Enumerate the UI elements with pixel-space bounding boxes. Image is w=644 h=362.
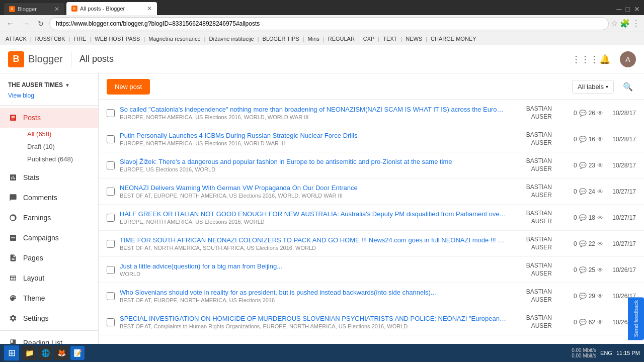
post-labels-4: BEST OF AT, EUROPE, NORTH AMERICA, US El… [120,193,507,199]
browser-menu-icon[interactable]: ⋮ [632,19,640,28]
bookmark-magnetna[interactable]: Magnetna resonance [146,35,203,43]
post-checkbox-9[interactable] [107,318,115,326]
post-checkbox-5[interactable] [107,214,115,222]
sidebar-pages-label: Pages [23,254,43,262]
post-title-1[interactable]: So called "Catalonia's independence" not… [120,106,507,113]
comment-icon-7: 💬 [579,266,587,274]
sidebar-item-settings[interactable]: Settings [0,308,98,328]
inactive-tab-1[interactable]: B Blogger ✕ [4,3,64,15]
blogger-logo: B Blogger [8,51,63,67]
user-avatar[interactable]: A [620,51,636,67]
subitem-published[interactable]: Published (648) [23,153,98,165]
post-title-5[interactable]: HALF GREEK OR ITALIAN NOT GOOD ENOUGH FO… [120,210,507,218]
theme-icon [8,293,18,303]
view-blog-anchor[interactable]: View blog [8,92,34,99]
label-filter-dropdown[interactable]: All labels ▾ [572,80,614,94]
bookmark-news[interactable]: NEWS [403,35,425,43]
comments-icon [8,193,18,203]
post-author-9: BASTIAN AUSER [513,314,558,330]
post-checkbox-6[interactable] [107,240,115,248]
taskbar-app-2[interactable]: 🌐 [38,346,52,360]
post-main-9: SPECIAL INVESTIGATION ON HOMICIDE OF MUR… [120,315,513,329]
sidebar-posts-label: Posts [23,114,41,122]
post-stats-1: 0 💬 26 👁 [558,110,603,117]
post-main-5: HALF GREEK OR ITALIAN NOT GOOD ENOUGH FO… [120,210,513,225]
send-feedback-button[interactable]: Send feedback [628,297,644,340]
post-title-8[interactable]: Who Slovenians should vote in reality fo… [120,289,507,296]
forward-btn[interactable]: → [19,17,32,30]
comment-icon-2: 💬 [579,136,587,143]
sidebar-item-layout[interactable]: Layout [0,268,98,288]
post-checkbox-8[interactable] [107,292,115,300]
view-blog-link[interactable]: View blog [0,90,98,103]
post-checkbox-2[interactable] [107,135,115,143]
bookmark-webhostpass[interactable]: WEB HOST PASS [92,35,142,43]
table-row: Just a little advice(question) for a big… [99,257,644,283]
main-content: New post All labels ▾ 🔍 So called "Catal… [99,73,644,344]
taskbar-app-4[interactable]: 📝 [70,346,85,360]
address-bar[interactable]: https://www.blogger.com/blogger.g?blogID… [49,17,609,30]
minimize-btn[interactable]: ─ [617,5,622,13]
window-close-btn[interactable]: ✕ [634,5,640,13]
bookmark-mins[interactable]: Mins [305,35,322,43]
sidebar-reading-list-label: Reading List [23,339,62,344]
search-button[interactable]: 🔍 [620,78,636,95]
pages-icon [8,253,18,263]
active-tab[interactable]: E All posts - Blogger ✕ [66,2,157,15]
header-actions: ⋮⋮⋮ 🔔 A [572,50,636,68]
bookmark-bloger[interactable]: BLOGER TIPS [260,35,302,43]
post-date-7: 10/26/17 [603,266,636,274]
bookmark-text[interactable]: TEXT [380,35,399,43]
post-title-7[interactable]: Just a little advice(question) for a big… [120,262,507,270]
bookmark-cxp[interactable]: CXP [361,35,377,43]
post-title-4[interactable]: NEONAZI Delivers Warning With German VW … [120,184,507,192]
bookmark-russfcbk[interactable]: RUSSFCBK [33,35,68,43]
grid-icon-btn[interactable]: ⋮⋮⋮ [572,50,590,68]
start-button[interactable]: ⊞ [4,345,19,360]
post-title-9[interactable]: SPECIAL INVESTIGATION ON HOMICIDE OF MUR… [120,315,507,322]
reload-btn[interactable]: ↻ [34,17,47,30]
sidebar-item-stats[interactable]: Stats [0,167,98,188]
sidebar-item-comments[interactable]: Comments [0,188,98,208]
dropdown-arrow-icon: ▾ [606,84,608,89]
taskbar-app-1[interactable]: 📁 [22,346,36,360]
post-date-1: 10/28/17 [603,110,636,117]
post-main-2: Putin Personally Launches 4 ICBMs During… [120,132,513,146]
active-tab-label: All posts - Blogger [80,6,125,12]
bookmark-star-icon[interactable]: ☆ [611,19,618,28]
subitem-all[interactable]: All (658) [23,128,98,140]
post-title-2[interactable]: Putin Personally Launches 4 ICBMs During… [120,132,507,139]
subitem-draft[interactable]: Draft (10) [23,140,98,153]
bookmark-attack[interactable]: ATTACK [3,35,29,43]
bookmark-drzavne[interactable]: Državne institucije [206,35,256,43]
tab-close-1[interactable]: ✕ [54,6,59,13]
new-post-button[interactable]: New post [107,79,150,95]
post-checkbox-3[interactable] [107,161,115,169]
tab-close-active[interactable]: ✕ [147,5,152,12]
sidebar-item-theme[interactable]: Theme [0,288,98,308]
post-title-6[interactable]: TIME FOR SOUTH AFRICAN NEONAZI COLONIZER… [120,236,507,244]
post-checkbox-1[interactable] [107,109,115,117]
bookmark-regular[interactable]: REGULAR [326,35,357,43]
extensions-icon[interactable]: 🧩 [620,19,630,28]
content-toolbar: New post All labels ▾ 🔍 [99,73,644,100]
blog-title-arrow[interactable]: ▼ [65,82,70,88]
back-btn[interactable]: ← [4,17,17,30]
sidebar-item-earnings[interactable]: Earnings [0,208,98,228]
campaigns-icon [8,233,18,243]
bookmark-chargemoney[interactable]: CHARGE MONEY [428,35,478,43]
sidebar-item-reading-list[interactable]: Reading List [0,333,98,344]
post-title-3[interactable]: Slavoj Žižek: There's a dangerous and po… [120,158,507,165]
post-stats-3: 0 💬 23 👁 [558,162,603,169]
post-main-8: Who Slovenians should vote in reality fo… [120,289,513,303]
post-checkbox-4[interactable] [107,188,115,196]
taskbar-app-3[interactable]: 🦊 [54,346,68,360]
maximize-btn[interactable]: □ [626,5,630,13]
notification-btn[interactable]: 🔔 [596,50,614,68]
sidebar-item-posts[interactable]: Posts [0,108,98,128]
sidebar-item-campaigns[interactable]: Campaigns [0,228,98,248]
sidebar-item-pages[interactable]: Pages [0,248,98,268]
bookmark-fire[interactable]: FIRE [71,35,89,43]
post-checkbox-7[interactable] [107,266,115,274]
views-icon-9: 👁 [597,319,603,326]
